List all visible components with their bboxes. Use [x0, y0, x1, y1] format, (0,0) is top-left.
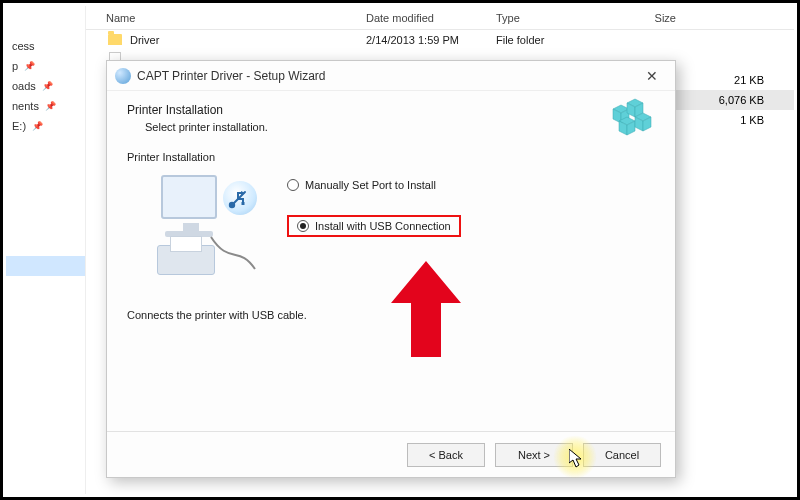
sidebar-item-label: nents — [12, 100, 39, 112]
sidebar-item[interactable]: cess — [6, 36, 85, 56]
file-date: 2/14/2013 1:59 PM — [366, 34, 496, 46]
column-name[interactable]: Name — [86, 12, 366, 24]
svg-rect-13 — [242, 202, 245, 205]
sidebar-item-label: p — [12, 60, 18, 72]
radio-icon — [297, 220, 309, 232]
sidebar-item[interactable]: oads📌 — [6, 76, 85, 96]
option-description: Connects the printer with USB cable. — [127, 309, 655, 321]
radio-label: Install with USB Connection — [315, 220, 451, 232]
radio-icon — [287, 179, 299, 191]
file-type: File folder — [496, 34, 606, 46]
radio-usb-connection[interactable]: Install with USB Connection — [287, 215, 461, 237]
file-name: Driver — [130, 34, 159, 46]
app-icon — [115, 68, 131, 84]
group-label: Printer Installation — [127, 151, 655, 163]
wizard-graphic-icon — [607, 97, 657, 141]
back-button[interactable]: < Back — [407, 443, 485, 467]
heading: Printer Installation — [127, 103, 655, 117]
pin-icon: 📌 — [24, 61, 35, 71]
sidebar-item-label: oads — [12, 80, 36, 92]
dialog-button-row: < Back Next > Cancel — [107, 431, 675, 477]
column-date[interactable]: Date modified — [366, 12, 496, 24]
cancel-button[interactable]: Cancel — [583, 443, 661, 467]
titlebar[interactable]: CAPT Printer Driver - Setup Wizard ✕ — [107, 61, 675, 91]
pin-icon: 📌 — [45, 101, 56, 111]
next-button[interactable]: Next > — [495, 443, 573, 467]
pin-icon: 📌 — [32, 121, 43, 131]
window-title: CAPT Printer Driver - Setup Wizard — [137, 69, 637, 83]
pin-icon: 📌 — [42, 81, 53, 91]
radio-group: Manually Set Port to Install Install wit… — [287, 175, 461, 237]
sidebar-item[interactable]: E:)📌 — [6, 116, 85, 136]
explorer-sidebar: cess p📌 oads📌 nents📌 E:)📌 — [6, 6, 86, 494]
column-headers[interactable]: Name Date modified Type Size — [86, 6, 794, 30]
subheading: Select printer installation. — [145, 121, 655, 133]
sidebar-item[interactable]: p📌 — [6, 56, 85, 76]
sidebar-item-label: cess — [12, 40, 35, 52]
column-size[interactable]: Size — [606, 12, 706, 24]
column-type[interactable]: Type — [496, 12, 606, 24]
close-button[interactable]: ✕ — [637, 66, 667, 86]
folder-icon — [106, 34, 124, 47]
sidebar-item-selected[interactable] — [6, 256, 85, 276]
sidebar-item[interactable]: nents📌 — [6, 96, 85, 116]
radio-label: Manually Set Port to Install — [305, 179, 436, 191]
dialog-body: Printer Installation Select printer inst… — [107, 91, 675, 431]
setup-wizard-dialog: CAPT Printer Driver - Setup Wizard ✕ Pri… — [106, 60, 676, 478]
sidebar-item-label: E:) — [12, 120, 26, 132]
radio-manual-port[interactable]: Manually Set Port to Install — [287, 179, 461, 191]
usb-printer-illustration — [153, 175, 263, 285]
